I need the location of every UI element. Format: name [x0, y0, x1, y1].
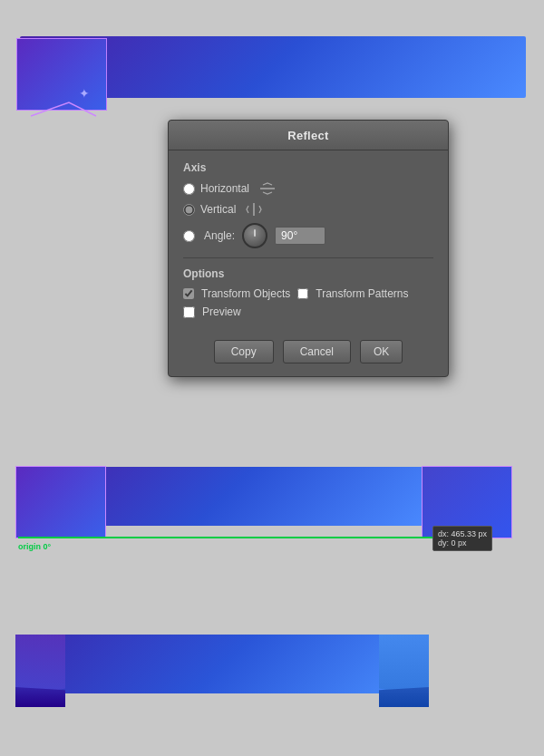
preview-label[interactable]: Preview — [202, 305, 241, 318]
vertical-radio-row: Vertical — [183, 202, 433, 217]
horizontal-radio[interactable] — [183, 183, 195, 195]
canvas-bottom — [0, 616, 544, 734]
dialog-titlebar: Reflect — [169, 121, 448, 150]
reflect-dialog: Reflect Axis Horizontal Vertical — [168, 120, 449, 377]
angle-label[interactable]: Angle: — [204, 229, 235, 242]
options-checkbox-row: Transform Objects Transform Patterns — [183, 287, 433, 300]
copy-button[interactable]: Copy — [214, 340, 274, 363]
dialog-title: Reflect — [287, 129, 328, 142]
vertical-reflect-icon — [245, 202, 263, 217]
distance-tooltip: dx: 465.33 px dy: 0 px — [432, 526, 492, 551]
dialog-body: Axis Horizontal Vertical — [169, 150, 448, 331]
horizontal-label[interactable]: Horizontal — [200, 182, 249, 195]
vertical-axis-icon — [245, 202, 263, 217]
origin-label: origin 0° — [18, 542, 51, 551]
horizontal-axis-icon — [258, 181, 277, 196]
transform-objects-checkbox[interactable] — [183, 288, 194, 299]
transform-patterns-label[interactable]: Transform Patterns — [316, 287, 408, 300]
cancel-button[interactable]: Cancel — [283, 340, 351, 363]
canvas-middle: origin 0° dx: 465.33 px dy: 0 px — [0, 453, 544, 571]
horizontal-reflect-icon — [258, 181, 277, 196]
axis-section-label: Axis — [183, 161, 433, 174]
angle-input[interactable] — [275, 227, 325, 245]
banner-mid-left-fold — [15, 466, 106, 538]
preview-row: Preview — [183, 305, 433, 318]
ok-button[interactable]: OK — [360, 340, 403, 363]
canvas-area: ✦ Reflect Axis Horizontal — [0, 0, 544, 756]
divider-1 — [183, 257, 433, 258]
transform-objects-label[interactable]: Transform Objects — [201, 287, 290, 300]
dx-value: dx: 465.33 px — [438, 529, 487, 538]
banner-top: ✦ — [0, 25, 544, 116]
horizontal-radio-row: Horizontal — [183, 181, 433, 196]
options-section-label: Options — [183, 267, 433, 280]
triangle-indicator — [24, 98, 105, 125]
vertical-label[interactable]: Vertical — [200, 203, 236, 216]
banner-result-main — [20, 635, 428, 693]
angle-row: Angle: — [183, 223, 433, 248]
transform-patterns-checkbox[interactable] — [297, 288, 308, 299]
angle-dial[interactable] — [242, 223, 267, 248]
options-section: Options Transform Objects Transform Patt… — [183, 267, 433, 300]
dy-value: dy: 0 px — [438, 538, 467, 548]
vertical-radio[interactable] — [183, 204, 195, 216]
dialog-buttons: Copy Cancel OK — [169, 331, 448, 376]
banner-result-left-bottom — [15, 687, 65, 707]
preview-checkbox[interactable] — [183, 306, 195, 318]
reflection-axis-line — [18, 537, 435, 538]
angle-radio[interactable] — [183, 230, 195, 242]
banner-result-right-bottom — [379, 687, 429, 707]
